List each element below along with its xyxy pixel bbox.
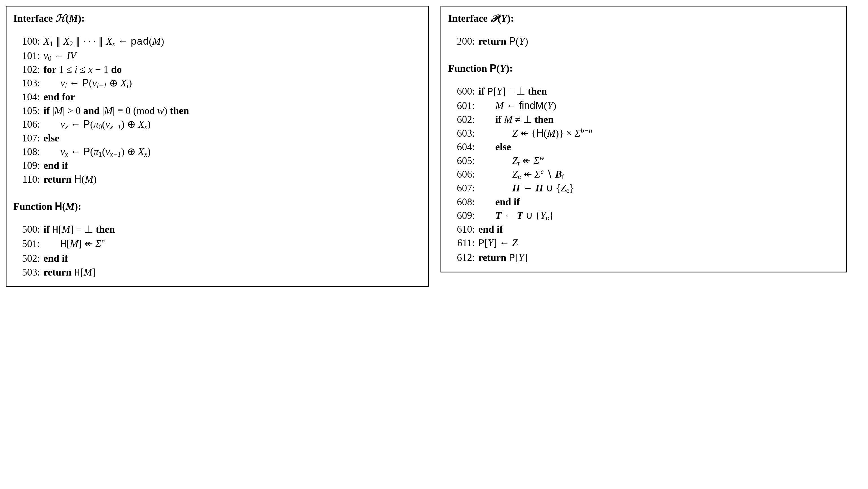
sub1: 1 [50,40,53,48]
H-table: H [60,239,67,250]
subx: x [65,123,68,131]
for-kw: for [43,64,59,75]
line-109: 109: end if [13,159,422,173]
return-kw: return [43,174,74,185]
left-algorithm-box: Interface ℋ(M): 100: X1 ∥ X2 ∥ · · · ∥ X… [6,6,429,287]
B-bold: B [555,169,562,180]
close: ) [147,146,151,157]
line-200: 200: return P(Y) [448,34,839,48]
po: ( [102,146,105,157]
Y: Y [500,63,506,74]
line-body: if |M| > 0 and |M| ≡ 0 (mod w) then [43,104,189,118]
line-body: H[M] ↞ Σn [43,237,105,251]
open: [ [80,267,84,278]
close-colon: ): [78,13,85,24]
line-number: 502: [13,251,43,265]
Sigma: Σ [575,128,581,139]
close: ) [525,36,528,47]
x: x [88,64,93,75]
line-number: 107: [13,131,43,145]
line-612: 612: return P[Y] [448,251,839,265]
cup-brace: ∪ { [523,210,540,221]
M: M [547,128,555,139]
function-P-heading: Function P(Y): [448,62,839,75]
line-610: 610: end if [448,222,839,236]
arrow: ← [52,50,67,61]
line-body: return P[Y] [478,251,527,265]
line-602: 602: if M ≠ ⊥ then [448,113,839,126]
subi1: i−1 [97,82,107,90]
close: ): [506,63,513,74]
open: ( [89,78,92,89]
spacer [448,48,839,55]
Y: Y [540,210,546,221]
line-number: 100: [13,34,43,48]
open: [ [58,224,62,235]
v: v [43,50,48,61]
function-label: Function [13,201,55,212]
open: [ [485,237,488,248]
line-502: 502: end if [13,251,422,265]
eqbot: ] = ⊥ [70,224,96,235]
findM-fn: findM [519,100,544,111]
pi0: 0 [98,123,102,131]
P-fn: P [83,146,90,157]
P-fn: P [490,62,496,74]
line-body: Zc ↞ Σc ∖ Bf [478,167,564,181]
line-body: Zr ↞ Σw [478,154,544,168]
then-kw: then [170,105,189,116]
close: ): [74,201,81,212]
setminus: ∖ [544,169,555,180]
line-body: return H(M) [43,173,97,186]
line-605: 605: Zr ↞ Σw [448,154,839,168]
subx: x [112,40,115,48]
open: [ [67,238,70,249]
open: ( [544,100,547,111]
end-if: end if [478,222,503,236]
P-fn: P [509,35,516,47]
Y: Y [519,252,524,263]
arrow: ← [115,36,130,47]
line-611: 611: P[Y] ← Z [448,236,839,251]
line-number: 109: [13,159,43,173]
close: ] [92,267,95,278]
line-body: M ← findM(Y) [478,99,556,113]
sub0: 0 [48,55,52,62]
open: ( [496,63,500,74]
arrow: ← [68,146,83,157]
vv: v [105,146,110,157]
paren: ) [164,105,170,116]
line-number: 102: [13,63,43,77]
open: ( [90,146,93,157]
return-kw: return [478,252,509,263]
abs-open2: | [102,105,104,116]
and-kw: and [83,105,102,116]
close-arrow: ] ← [494,237,512,248]
M: M [70,238,79,249]
then-kw: then [534,114,554,125]
line-body: vx ← P(π1(vx−1) ⊕ Xx) [43,145,151,159]
close: ) [161,36,164,47]
line-number: 600: [448,84,478,98]
pc: ) ⊕ [121,119,138,130]
gt0: | > 0 [63,105,83,116]
Xx: x [144,123,147,131]
cup-brace: ∪ { [543,182,560,194]
M: M [65,201,74,212]
H-table: H [74,267,80,279]
end-if: end if [43,159,68,173]
line-number: 200: [448,34,478,48]
M2: M [104,105,113,116]
function-H-heading: Function H(M): [13,200,422,213]
line-number: 103: [13,76,43,90]
open: ( [498,13,501,24]
H-fn: H [55,201,62,212]
arrow: ↞ [521,169,534,180]
X: X [43,36,50,47]
line-number: 612: [448,251,478,265]
right-algorithm-box: Interface 𝒫(Y): 200: return P(Y) Functio… [440,6,847,272]
line-102: 102: for 1 ≤ i ≤ x − 1 do [13,63,422,77]
line-body: if M ≠ ⊥ then [478,113,554,126]
P-fn: P [82,77,89,89]
line-608: 608: end if [448,195,839,209]
